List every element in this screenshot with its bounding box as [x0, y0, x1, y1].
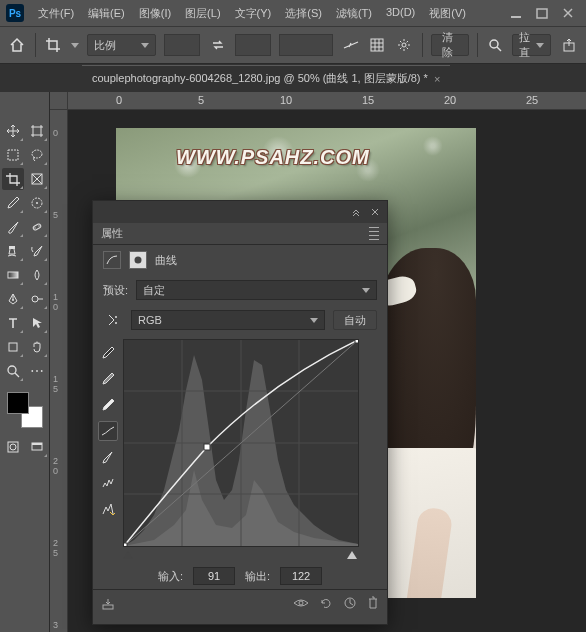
black-point-handle[interactable]	[123, 551, 133, 559]
shape-tool[interactable]	[2, 336, 24, 358]
lasso-tool[interactable]	[26, 144, 48, 166]
divider	[35, 33, 36, 57]
menu-file[interactable]: 文件(F)	[32, 2, 80, 25]
toggle-visibility-icon[interactable]	[293, 597, 309, 609]
curve-smooth-icon[interactable]	[98, 473, 118, 493]
quick-select-tool[interactable]	[26, 192, 48, 214]
menu-image[interactable]: 图像(I)	[133, 2, 177, 25]
input-slider[interactable]	[93, 547, 387, 563]
zoom-tool[interactable]	[2, 360, 24, 382]
ratio-dropdown[interactable]: 比例	[87, 34, 156, 56]
svg-rect-25	[8, 272, 18, 278]
menu-select[interactable]: 选择(S)	[279, 2, 328, 25]
gear-icon[interactable]	[395, 32, 414, 58]
minimize-icon[interactable]	[510, 7, 522, 19]
sample-white-icon[interactable]	[98, 395, 118, 415]
chevron-down-icon	[310, 318, 318, 323]
search-icon[interactable]	[485, 32, 504, 58]
share-icon[interactable]	[559, 32, 578, 58]
svg-line-31	[15, 373, 19, 377]
svg-line-11	[497, 47, 501, 51]
menu-layer[interactable]: 图层(L)	[179, 2, 226, 25]
clear-button[interactable]: 清除	[431, 34, 469, 56]
curve-point-mode-icon[interactable]	[98, 421, 118, 441]
properties-panel: 属性 曲线 预设: 自定 RGB 自动	[92, 200, 388, 625]
panel-collapse-bar[interactable]	[93, 201, 387, 223]
sample-black-icon[interactable]	[98, 343, 118, 363]
height-field[interactable]	[235, 34, 271, 56]
curve-draw-mode-icon[interactable]	[98, 447, 118, 467]
document-tab[interactable]: couplephotography-6004268_1280.jpg @ 50%…	[82, 65, 450, 91]
collapse-icon[interactable]	[351, 207, 361, 217]
document-bar: couplephotography-6004268_1280.jpg @ 50%…	[0, 64, 586, 92]
document-title: couplephotography-6004268_1280.jpg @ 50%…	[92, 71, 428, 86]
path-select-tool[interactable]	[26, 312, 48, 334]
healing-tool[interactable]	[26, 216, 48, 238]
straighten-dropdown[interactable]: 拉直	[512, 34, 551, 56]
chevron-down-icon	[362, 288, 370, 293]
eyedropper-tool[interactable]	[2, 192, 24, 214]
move-tool[interactable]	[2, 120, 24, 142]
brush-tool[interactable]	[2, 216, 24, 238]
frame-tool[interactable]	[26, 168, 48, 190]
clone-tool[interactable]	[2, 240, 24, 262]
previous-state-icon[interactable]	[319, 596, 333, 610]
close-icon[interactable]	[562, 7, 574, 19]
svg-rect-21	[32, 223, 41, 230]
mask-icon[interactable]	[129, 251, 147, 269]
channel-dropdown[interactable]: RGB	[131, 310, 325, 330]
screen-mode-tool[interactable]	[26, 436, 48, 458]
ruler-corner	[50, 92, 68, 110]
svg-rect-49	[204, 444, 210, 450]
menu-edit[interactable]: 编辑(E)	[82, 2, 131, 25]
menu-view[interactable]: 视图(V)	[423, 2, 472, 25]
quick-mask-tool[interactable]	[2, 436, 24, 458]
resolution-field[interactable]	[279, 34, 333, 56]
straighten-icon[interactable]	[341, 32, 360, 58]
svg-rect-51	[103, 605, 113, 609]
input-value-field[interactable]	[193, 567, 235, 585]
crop-tool[interactable]	[2, 168, 24, 190]
delete-icon[interactable]	[367, 596, 379, 610]
preset-dropdown[interactable]: 自定	[136, 280, 377, 300]
blur-tool[interactable]	[26, 264, 48, 286]
history-brush-tool[interactable]	[26, 240, 48, 262]
type-tool[interactable]	[2, 312, 24, 334]
menu-3d[interactable]: 3D(D)	[380, 2, 421, 25]
curve-graph[interactable]	[123, 339, 359, 547]
marquee-tool[interactable]	[2, 144, 24, 166]
menu-filter[interactable]: 滤镜(T)	[330, 2, 378, 25]
reset-icon[interactable]	[343, 596, 357, 610]
app-logo: Ps	[6, 4, 24, 22]
clip-mask-icon[interactable]	[101, 596, 115, 610]
preset-row: 预设: 自定	[93, 275, 387, 305]
close-tab-icon[interactable]: ×	[434, 73, 440, 85]
close-panel-icon[interactable]	[371, 208, 379, 216]
output-value-field[interactable]	[280, 567, 322, 585]
edit-toolbar[interactable]: ⋯	[26, 360, 48, 382]
panel-menu-icon[interactable]	[369, 227, 379, 240]
crop-tool-icon[interactable]	[44, 32, 63, 58]
width-field[interactable]	[164, 34, 200, 56]
panel-title[interactable]: 属性	[101, 226, 123, 241]
curve-clip-warning-icon[interactable]	[98, 499, 118, 519]
pen-tool[interactable]	[2, 288, 24, 310]
grid-icon[interactable]	[368, 32, 387, 58]
chevron-down-icon[interactable]	[71, 43, 79, 48]
white-point-handle[interactable]	[347, 551, 357, 559]
artboard-tool[interactable]	[26, 120, 48, 142]
target-adjust-icon[interactable]	[103, 310, 123, 330]
gradient-tool[interactable]	[2, 264, 24, 286]
home-button[interactable]	[8, 32, 27, 58]
color-swatches[interactable]	[7, 392, 43, 428]
dodge-tool[interactable]	[26, 288, 48, 310]
foreground-swatch[interactable]	[7, 392, 29, 414]
channel-value: RGB	[138, 314, 162, 326]
menu-type[interactable]: 文字(Y)	[229, 2, 278, 25]
swap-icon[interactable]	[208, 32, 227, 58]
tool-panel: ⋯	[0, 92, 50, 632]
hand-tool[interactable]	[26, 336, 48, 358]
auto-button[interactable]: 自动	[333, 310, 377, 330]
sample-gray-icon[interactable]	[98, 369, 118, 389]
maximize-icon[interactable]	[536, 7, 548, 19]
